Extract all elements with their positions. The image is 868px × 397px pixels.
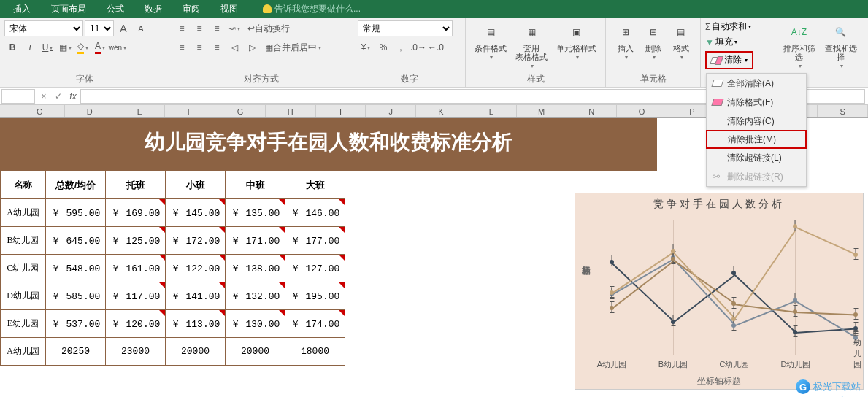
underline-button[interactable]: U (39, 39, 55, 55)
clear-all-item[interactable]: 全部清除(A) (707, 74, 806, 93)
italic-button[interactable]: I (22, 39, 38, 55)
format-cells-button[interactable]: ▤格式 (668, 20, 694, 62)
orientation-button[interactable]: ⤻ (226, 20, 242, 36)
col-header[interactable]: D (65, 105, 115, 117)
table-cell[interactable]: A幼儿园 (1, 199, 46, 227)
indent-dec-button[interactable]: ◁ (226, 39, 242, 55)
menu-review[interactable]: 审阅 (172, 0, 210, 18)
table-cell[interactable]: ￥ 146.00 (285, 199, 345, 227)
clear-hyperlink-item[interactable]: 清除超链接(L) (707, 148, 806, 167)
col-header[interactable]: S (818, 105, 868, 117)
table-header[interactable]: 总数/均价 (46, 171, 106, 199)
confirm-formula-button[interactable]: ✓ (51, 91, 66, 101)
table-cell[interactable]: 23000 (106, 338, 166, 366)
table-cell[interactable]: D幼儿园 (1, 282, 46, 310)
table-cell[interactable]: 20000 (166, 338, 226, 366)
table-cell[interactable]: ￥ 125.00 (106, 227, 166, 255)
table-header[interactable]: 小班 (166, 171, 226, 199)
indent-inc-button[interactable]: ▷ (244, 39, 260, 55)
cell-style-button[interactable]: ▣单元格样式 (553, 20, 599, 71)
font-color-button[interactable]: A (92, 39, 108, 55)
col-header[interactable]: M (517, 105, 567, 117)
align-top-button[interactable]: ≡ (174, 20, 190, 36)
table-cell[interactable]: ￥ 177.00 (285, 227, 345, 255)
table-cell[interactable]: ￥ 122.00 (166, 255, 226, 282)
currency-button[interactable]: ¥ (358, 39, 374, 55)
table-cell[interactable]: ￥ 548.00 (46, 255, 106, 282)
col-header[interactable]: O (617, 105, 667, 117)
table-header[interactable]: 中班 (226, 171, 285, 199)
sort-filter-button[interactable]: A↓Z排序和筛选 (778, 20, 820, 71)
table-cell[interactable]: 20250 (46, 338, 106, 366)
merge-button[interactable]: ▦ 合并后居中 (261, 39, 325, 55)
table-cell[interactable]: ￥ 537.00 (46, 310, 106, 338)
table-cell[interactable]: ￥ 174.00 (285, 310, 345, 338)
table-cell[interactable]: C幼儿园 (1, 255, 46, 282)
table-cell[interactable]: ￥ 130.00 (226, 310, 285, 338)
menu-view[interactable]: 视图 (210, 0, 248, 18)
table-cell[interactable]: ￥ 135.00 (226, 199, 285, 227)
phonetic-button[interactable]: wén (110, 39, 126, 55)
col-header[interactable]: E (115, 105, 166, 117)
delete-cells-button[interactable]: ⊟删除 (640, 20, 667, 62)
table-cell[interactable]: ￥ 145.00 (166, 199, 226, 227)
align-center-button[interactable]: ≡ (191, 39, 207, 55)
table-cell[interactable]: ￥ 117.00 (106, 282, 166, 310)
col-header[interactable]: N (566, 105, 617, 117)
clear-format-item[interactable]: 清除格式(F) (707, 93, 806, 112)
table-cell[interactable]: ￥ 171.00 (226, 227, 285, 255)
table-cell[interactable]: ￥ 595.00 (46, 199, 106, 227)
decrease-decimal-button[interactable]: ←.0 (428, 39, 444, 55)
increase-font-button[interactable]: A (115, 20, 131, 36)
conditional-format-button[interactable]: ▤条件格式 (472, 20, 510, 71)
clear-comments-item[interactable]: 清除批注(M) (706, 130, 807, 149)
col-header[interactable]: G (215, 105, 266, 117)
menu-layout[interactable]: 页面布局 (41, 0, 96, 18)
table-cell[interactable]: 18000 (285, 338, 345, 366)
align-middle-button[interactable]: ≡ (191, 20, 207, 36)
font-name-select[interactable]: 宋体 (4, 20, 83, 36)
table-cell[interactable]: 20000 (226, 338, 285, 366)
find-select-button[interactable]: 🔍查找和选择 (820, 20, 861, 71)
col-header[interactable]: H (266, 105, 316, 117)
table-cell[interactable]: ￥ 113.00 (166, 310, 226, 338)
table-cell[interactable]: ￥ 195.00 (285, 282, 345, 310)
col-header[interactable]: F (165, 105, 215, 117)
col-header[interactable]: C (15, 105, 65, 117)
fill-color-button[interactable]: ◇ (74, 39, 91, 55)
insert-cells-button[interactable]: ⊞插入 (612, 20, 639, 62)
table-cell[interactable]: A幼儿园 (1, 338, 46, 366)
chart-panel[interactable]: 竞争对手在园人数分析 坐标轴标题 坐标轴标题 A幼儿园B幼儿园C幼儿园D幼儿园E… (575, 193, 864, 390)
border-button[interactable]: ▦ (57, 39, 73, 55)
table-cell[interactable]: ￥ 161.00 (106, 255, 166, 282)
table-cell[interactable]: ￥ 132.00 (226, 282, 285, 310)
col-header[interactable]: J (366, 105, 416, 117)
fill-button[interactable]: 填充 (715, 36, 733, 48)
decrease-font-button[interactable]: A (133, 20, 149, 36)
cancel-formula-button[interactable]: × (37, 91, 51, 101)
number-format-select[interactable]: 常规 (358, 20, 453, 36)
table-cell[interactable]: B幼儿园 (1, 227, 46, 255)
col-header[interactable]: K (416, 105, 466, 117)
col-header[interactable]: L (466, 105, 517, 117)
clear-content-item[interactable]: 清除内容(C) (707, 112, 806, 131)
align-right-button[interactable]: ≡ (209, 39, 225, 55)
table-cell[interactable]: ￥ 169.00 (106, 199, 166, 227)
wrap-text-button[interactable]: ↩ 自动换行 (244, 20, 293, 36)
table-cell[interactable]: ￥ 138.00 (226, 255, 285, 282)
table-header[interactable]: 名称 (1, 171, 46, 199)
table-format-button[interactable]: ▦套用 表格格式 (512, 20, 550, 71)
table-cell[interactable]: ￥ 172.00 (166, 227, 226, 255)
table-cell[interactable]: E幼儿园 (1, 310, 46, 338)
align-bottom-button[interactable]: ≡ (209, 20, 225, 36)
table-cell[interactable]: ￥ 120.00 (106, 310, 166, 338)
table-header[interactable]: 大班 (285, 171, 345, 199)
menu-data[interactable]: 数据 (134, 0, 172, 18)
table-cell[interactable]: ￥ 585.00 (46, 282, 106, 310)
table-cell[interactable]: ￥ 645.00 (46, 227, 106, 255)
percent-button[interactable]: % (375, 39, 391, 55)
menu-insert[interactable]: 插入 (3, 0, 41, 18)
fx-button[interactable]: fx (66, 91, 80, 101)
bold-button[interactable]: B (4, 39, 20, 55)
menu-formula[interactable]: 公式 (96, 0, 134, 18)
